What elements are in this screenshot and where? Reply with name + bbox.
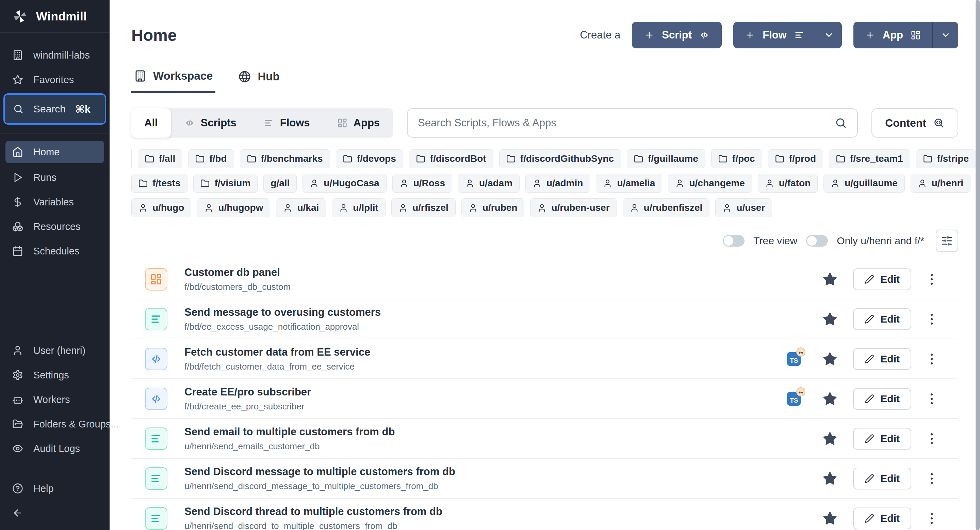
create-app-dropdown[interactable] bbox=[932, 22, 958, 48]
chip-folder[interactable]: f/devops bbox=[336, 149, 403, 168]
sidebar-item-runs[interactable]: Runs bbox=[0, 165, 110, 190]
app-logo[interactable]: Windmill bbox=[0, 0, 110, 33]
sidebar-item-home[interactable]: Home bbox=[5, 140, 104, 163]
tab-hub[interactable]: Hub bbox=[236, 69, 282, 93]
kebab-menu-icon[interactable] bbox=[924, 391, 939, 406]
kebab-menu-icon[interactable] bbox=[924, 431, 939, 446]
edit-button[interactable]: Edit bbox=[853, 268, 911, 290]
sidebar-item-schedules[interactable]: Schedules bbox=[0, 239, 110, 263]
edit-button[interactable]: Edit bbox=[853, 508, 911, 529]
segment-flows[interactable]: Flows bbox=[250, 108, 324, 137]
segment-all[interactable]: All bbox=[131, 108, 171, 137]
favorite-star-icon[interactable] bbox=[822, 351, 837, 367]
edit-button[interactable]: Edit bbox=[853, 428, 911, 450]
chip-user[interactable]: u/ruben bbox=[461, 198, 525, 217]
chip-user[interactable]: u/faton bbox=[758, 174, 818, 193]
list-item-send-discord-thread[interactable]: Send Discord thread to multiple customer… bbox=[131, 499, 958, 530]
search-icon[interactable] bbox=[835, 117, 847, 129]
chip-folder[interactable]: f/all bbox=[138, 149, 182, 168]
chip-user[interactable]: u/HugoCasa bbox=[302, 174, 386, 193]
chip-group[interactable]: g/all bbox=[263, 174, 297, 193]
list-item-send-discord-message[interactable]: Send Discord message to multiple custome… bbox=[131, 459, 958, 499]
sidebar-item-label: Workers bbox=[33, 394, 70, 405]
sidebar-item-workers[interactable]: Workers bbox=[0, 387, 110, 412]
list-item-fetch-customer-data[interactable]: Fetch customer data from EE service f/bd… bbox=[131, 339, 958, 379]
chip-label: f/visium bbox=[215, 178, 250, 189]
chip-user[interactable]: u/kai bbox=[276, 198, 326, 217]
chip-folder[interactable]: f/prod bbox=[768, 149, 823, 168]
sidebar-item-folders-groups[interactable]: Folders & Groups... bbox=[0, 412, 110, 436]
chip-user[interactable]: u/changeme bbox=[668, 174, 752, 193]
sidebar-item-favorites[interactable]: Favorites bbox=[0, 67, 110, 92]
kebab-menu-icon[interactable] bbox=[924, 312, 939, 327]
list-item-send-email-multiple[interactable]: Send email to multiple customers from db… bbox=[131, 419, 958, 459]
chip-folder[interactable]: f/stripe bbox=[916, 149, 976, 168]
tree-view-toggle[interactable] bbox=[723, 235, 745, 247]
chip-folder[interactable]: f/visium bbox=[193, 174, 258, 193]
list-item-customer-db-panel[interactable]: Customer db panel f/bd/customers_db_cust… bbox=[131, 260, 958, 299]
kebab-menu-icon[interactable] bbox=[924, 511, 939, 526]
favorite-star-icon[interactable] bbox=[822, 471, 837, 486]
chip-folder[interactable]: f/tests bbox=[131, 174, 188, 193]
chip-folder[interactable]: f/sre_team1 bbox=[829, 149, 910, 168]
sidebar-collapse-button[interactable] bbox=[0, 501, 110, 525]
chip-user[interactable]: u/user bbox=[715, 198, 772, 217]
sidebar-item-audit-logs[interactable]: Audit Logs bbox=[0, 436, 110, 461]
edit-button[interactable]: Edit bbox=[853, 348, 911, 370]
favorite-star-icon[interactable] bbox=[822, 312, 837, 327]
kebab-menu-icon[interactable] bbox=[924, 272, 939, 287]
favorite-star-icon[interactable] bbox=[822, 431, 837, 446]
create-app-button[interactable]: App bbox=[853, 22, 932, 48]
chip-user[interactable]: u/amelia bbox=[596, 174, 662, 193]
sidebar-item-workspace[interactable]: windmill-labs bbox=[0, 43, 110, 67]
chip-folder[interactable]: f/guillaume bbox=[627, 149, 705, 168]
content-search-button[interactable]: Content bbox=[872, 108, 958, 137]
only-filter-toggle[interactable] bbox=[806, 235, 828, 247]
chip-folder[interactable]: f/benchmarks bbox=[240, 149, 330, 168]
chip-empty[interactable] bbox=[131, 149, 132, 168]
sidebar-item-user[interactable]: User (henri) bbox=[0, 338, 110, 363]
chip-user[interactable]: u/rubenfiszel bbox=[623, 198, 710, 217]
segment-apps[interactable]: Apps bbox=[324, 108, 394, 137]
chip-folder[interactable]: f/discordGithubSync bbox=[499, 149, 621, 168]
edit-button[interactable]: Edit bbox=[853, 388, 911, 410]
advanced-filters-button[interactable] bbox=[936, 230, 958, 252]
kebab-menu-icon[interactable] bbox=[924, 351, 939, 367]
chip-user[interactable]: u/lplit bbox=[332, 198, 385, 217]
chip-user[interactable]: u/adam bbox=[458, 174, 520, 193]
search-input[interactable] bbox=[418, 117, 835, 129]
sidebar-item-label: Resources bbox=[33, 221, 81, 232]
code-icon bbox=[150, 353, 162, 365]
sidebar-item-variables[interactable]: Variables bbox=[0, 190, 110, 214]
sidebar-item-settings[interactable]: Settings bbox=[0, 363, 110, 387]
create-script-button[interactable]: Script bbox=[632, 22, 722, 48]
segment-scripts[interactable]: Scripts bbox=[171, 108, 250, 137]
chip-user[interactable]: u/ruben-user bbox=[530, 198, 617, 217]
chip-user[interactable]: u/hugo bbox=[131, 198, 191, 217]
kebab-menu-icon[interactable] bbox=[924, 471, 939, 486]
create-flow-button[interactable]: Flow bbox=[733, 22, 816, 48]
list-item-send-message-overusing[interactable]: Send message to overusing customers f/bd… bbox=[131, 299, 958, 339]
tab-workspace[interactable]: Workspace bbox=[131, 69, 215, 93]
chip-user[interactable]: u/rfiszel bbox=[391, 198, 456, 217]
favorite-star-icon[interactable] bbox=[822, 511, 837, 526]
chip-folder[interactable]: f/poc bbox=[711, 149, 762, 168]
sidebar-item-help[interactable]: Help bbox=[0, 476, 110, 501]
favorite-star-icon[interactable] bbox=[822, 391, 837, 406]
create-flow-dropdown[interactable] bbox=[816, 22, 842, 48]
chip-user[interactable]: u/Ross bbox=[392, 174, 452, 193]
chip-user[interactable]: u/admin bbox=[525, 174, 590, 193]
edit-button[interactable]: Edit bbox=[853, 468, 911, 490]
chip-user[interactable]: u/hugopw bbox=[197, 198, 270, 217]
sidebar-search-button[interactable]: Search ⌘k bbox=[5, 95, 105, 123]
folder-icon bbox=[195, 154, 205, 163]
sidebar-item-resources[interactable]: Resources bbox=[0, 214, 110, 239]
chip-user[interactable]: u/henri bbox=[911, 174, 970, 193]
favorite-star-icon[interactable] bbox=[822, 272, 837, 287]
chip-user[interactable]: u/guillaume bbox=[824, 174, 905, 193]
list-item-create-ee-pro-subscriber[interactable]: Create EE/pro subscriber f/bd/create_ee_… bbox=[131, 379, 958, 419]
page-scrollbar[interactable] bbox=[975, 0, 980, 530]
edit-button[interactable]: Edit bbox=[853, 308, 911, 330]
chip-folder[interactable]: f/discordBot bbox=[409, 149, 493, 168]
chip-folder[interactable]: f/bd bbox=[188, 149, 234, 168]
